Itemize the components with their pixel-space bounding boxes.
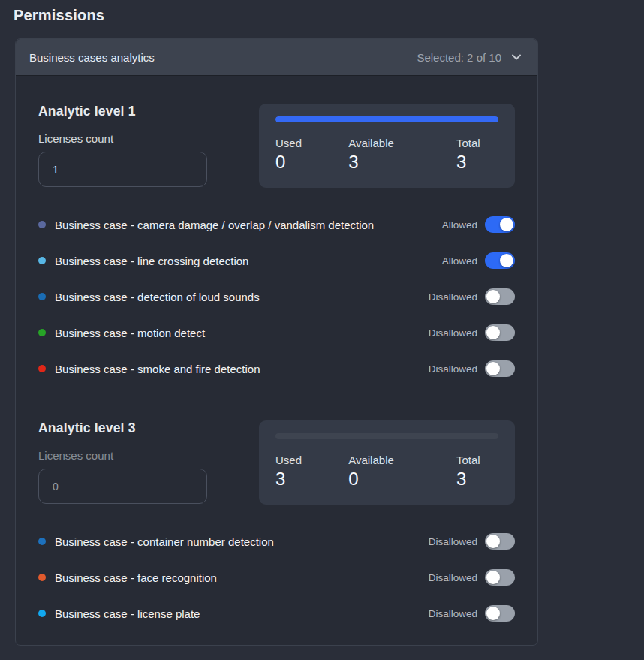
case-row-smoke-fire: Business case - smoke and fire detection… [38, 360, 515, 378]
toggle-knob [486, 571, 500, 584]
allow-toggle[interactable] [485, 288, 515, 305]
licenses-count-input-level-1[interactable] [38, 152, 207, 187]
case-label: Business case - detection of loud sounds [55, 291, 260, 303]
license-progress-fill [275, 116, 498, 122]
section-heading: Analytic level 1 [38, 104, 259, 119]
status-label: Disallowed [429, 608, 477, 619]
status-label: Disallowed [429, 572, 477, 583]
case-label: Business case - camera damage / overlap … [55, 218, 374, 231]
case-row-license-plate: Business case - license plate Disallowed [38, 604, 515, 622]
case-color-dot [38, 257, 46, 264]
stat-total: Total 3 [456, 454, 498, 490]
case-row-line-crossing: Business case - line crossing detection … [38, 252, 515, 270]
allow-toggle[interactable] [485, 605, 515, 622]
stat-used-value: 3 [275, 469, 317, 490]
case-row-camera-damage: Business case - camera damage / overlap … [38, 215, 515, 234]
case-row-container-number: Business case - container number detecti… [38, 532, 515, 550]
case-color-dot [38, 221, 46, 228]
case-label: Business case - line crossing detection [55, 255, 248, 267]
status-label: Disallowed [429, 363, 477, 375]
status-label: Disallowed [429, 291, 477, 303]
case-color-dot [38, 538, 46, 545]
stat-available-label: Available [348, 454, 394, 466]
licenses-count-label: Licenses count [38, 449, 259, 462]
section-analytic-level-1: Analytic level 1 Licenses count Used 0 [38, 104, 515, 378]
stat-used-label: Used [275, 137, 317, 149]
case-label: Business case - license plate [55, 607, 200, 620]
toggle-knob [486, 607, 500, 620]
toggle-knob [486, 362, 500, 375]
case-color-dot [38, 329, 46, 336]
toggle-knob [500, 218, 513, 231]
section-analytic-level-3: Analytic level 3 Licenses count Used 3 [38, 420, 515, 622]
stat-used-value: 0 [275, 152, 317, 173]
case-color-dot [38, 293, 46, 300]
stat-total-value: 3 [456, 152, 498, 173]
allow-toggle[interactable] [485, 252, 515, 269]
section-left-level-1: Analytic level 1 Licenses count [38, 104, 259, 187]
stat-available: Available 3 [348, 137, 394, 173]
stat-available-value: 3 [348, 152, 394, 173]
case-color-dot [38, 610, 46, 617]
panel-body: Analytic level 1 Licenses count Used 0 [16, 75, 537, 645]
license-stats-card-level-1: Used 0 Available 3 Total 3 [259, 104, 515, 188]
stat-used: Used 0 [275, 137, 317, 173]
license-progress-bar [275, 433, 498, 439]
stat-total-label: Total [456, 137, 498, 149]
licenses-count-label: Licenses count [38, 132, 259, 145]
case-row-loud-sounds: Business case - detection of loud sounds… [38, 288, 515, 306]
stat-available: Available 0 [348, 454, 394, 490]
case-label: Business case - smoke and fire detection [55, 363, 260, 375]
status-label: Disallowed [429, 327, 477, 339]
license-progress-bar [275, 116, 498, 122]
business-cases-panel: Business cases analytics Selected: 2 of … [15, 38, 538, 646]
stat-total: Total 3 [456, 137, 498, 173]
page-title: Permissions [0, 0, 644, 24]
allow-toggle[interactable] [485, 216, 515, 233]
chevron-down-icon[interactable] [510, 51, 522, 63]
section-left-level-3: Analytic level 3 Licenses count [38, 420, 259, 504]
case-label: Business case - container number detecti… [55, 535, 274, 548]
allow-toggle[interactable] [485, 533, 515, 550]
stat-total-label: Total [456, 454, 498, 466]
panel-header-title: Business cases analytics [29, 51, 155, 64]
stat-available-value: 0 [348, 469, 394, 490]
stat-available-label: Available [348, 137, 394, 149]
licenses-count-input-level-3[interactable] [38, 469, 207, 504]
stat-used-label: Used [275, 454, 317, 466]
status-label: Allowed [442, 255, 477, 267]
status-label: Allowed [442, 219, 477, 231]
stat-total-value: 3 [456, 469, 498, 490]
case-label: Business case - face recognition [55, 571, 217, 584]
allow-toggle[interactable] [485, 360, 515, 377]
selected-count: Selected: 2 of 10 [417, 51, 501, 64]
section-heading: Analytic level 3 [38, 420, 259, 436]
case-label: Business case - motion detect [55, 327, 205, 339]
case-color-dot [38, 365, 46, 372]
status-label: Disallowed [429, 536, 477, 547]
case-row-motion-detect: Business case - motion detect Disallowed [38, 324, 515, 342]
stat-used: Used 3 [275, 454, 317, 490]
license-stats-card-level-3: Used 3 Available 0 Total 3 [259, 420, 515, 505]
panel-header-right: Selected: 2 of 10 [417, 51, 522, 64]
panel-header-business-cases-analytics[interactable]: Business cases analytics Selected: 2 of … [16, 39, 537, 75]
case-color-dot [38, 574, 46, 581]
toggle-knob [486, 290, 500, 303]
allow-toggle[interactable] [485, 569, 515, 586]
case-row-face-recognition: Business case - face recognition Disallo… [38, 568, 515, 586]
toggle-knob [500, 254, 513, 267]
allow-toggle[interactable] [485, 324, 515, 341]
toggle-knob [486, 535, 500, 548]
toggle-knob [486, 326, 500, 339]
